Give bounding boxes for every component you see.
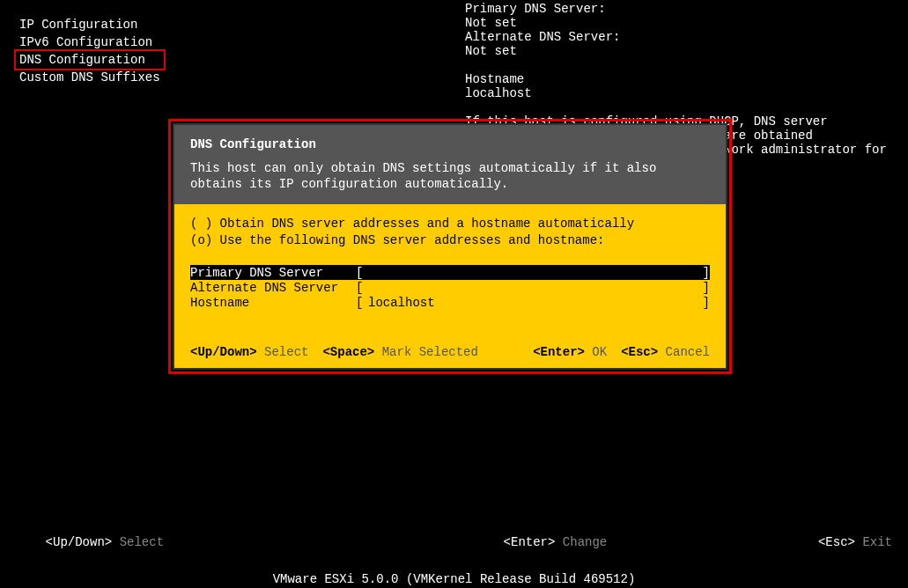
alternate-dns-value: Not set [465, 44, 888, 58]
field-label: Hostname [190, 296, 356, 310]
field-hostname[interactable]: Hostname [ localhost ] [190, 295, 710, 310]
dialog-subtitle: This host can only obtain DNS settings a… [190, 160, 710, 192]
hostname-label: Hostname [465, 72, 888, 86]
background-footer: <Up/Down> Select <Enter> Change <Esc> Ex… [16, 521, 892, 563]
build-info: VMware ESXi 5.0.0 (VMKernel Release Buil… [0, 572, 908, 586]
key-enter: <Enter> [533, 345, 585, 359]
dialog-dns-configuration: DNS Configuration This host can only obt… [173, 123, 727, 370]
bracket-right: ] [701, 266, 710, 280]
action-change: Change [563, 535, 607, 549]
action-exit: Exit [862, 535, 892, 549]
field-label: Primary DNS Server [190, 266, 356, 280]
dialog-title: DNS Configuration [190, 137, 710, 151]
action-ok[interactable]: OK [592, 345, 607, 359]
bracket-right: ] [701, 296, 710, 310]
radio-use-manual[interactable]: (o) Use the following DNS server address… [190, 233, 710, 247]
key-enter: <Enter> [504, 535, 556, 549]
field-alternate-dns[interactable]: Alternate DNS Server [ ] [190, 280, 710, 295]
bracket-left: [ [356, 296, 368, 310]
alternate-dns-label: Alternate DNS Server: [465, 30, 888, 44]
key-esc: <Esc> [621, 345, 658, 359]
key-updown: <Up/Down> [46, 535, 113, 549]
hostname-value: localhost [465, 86, 888, 100]
dialog-header: DNS Configuration This host can only obt… [174, 125, 726, 204]
primary-dns-label: Primary DNS Server: [465, 2, 888, 16]
field-primary-dns[interactable]: Primary DNS Server [ ] [190, 265, 710, 280]
radio-obtain-auto[interactable]: ( ) Obtain DNS server addresses and a ho… [190, 217, 710, 231]
menu-list: IP Configuration IPv6 Configuration DNS … [16, 16, 164, 86]
menu-item-ipv6-config[interactable]: IPv6 Configuration [16, 33, 164, 51]
field-label: Alternate DNS Server [190, 281, 356, 295]
bracket-left: [ [356, 266, 368, 280]
menu-item-ip-config[interactable]: IP Configuration [16, 16, 164, 33]
dialog-footer: <Up/Down> Select <Space> Mark Selected <… [174, 345, 726, 368]
key-esc: <Esc> [818, 535, 855, 549]
bracket-left: [ [356, 281, 368, 295]
primary-dns-value: Not set [465, 16, 888, 30]
field-value[interactable]: localhost [368, 296, 701, 310]
action-select: Select [120, 535, 164, 549]
action-select: Select [264, 345, 308, 359]
menu-item-custom-dns-suffixes[interactable]: Custom DNS Suffixes [16, 69, 164, 86]
menu-item-dns-config[interactable]: DNS Configuration [16, 51, 164, 69]
bracket-right: ] [701, 281, 710, 295]
key-updown: <Up/Down> [190, 345, 257, 359]
key-space: <Space> [322, 345, 374, 359]
action-mark-selected: Mark Selected [382, 345, 478, 359]
action-cancel[interactable]: Cancel [666, 345, 710, 359]
